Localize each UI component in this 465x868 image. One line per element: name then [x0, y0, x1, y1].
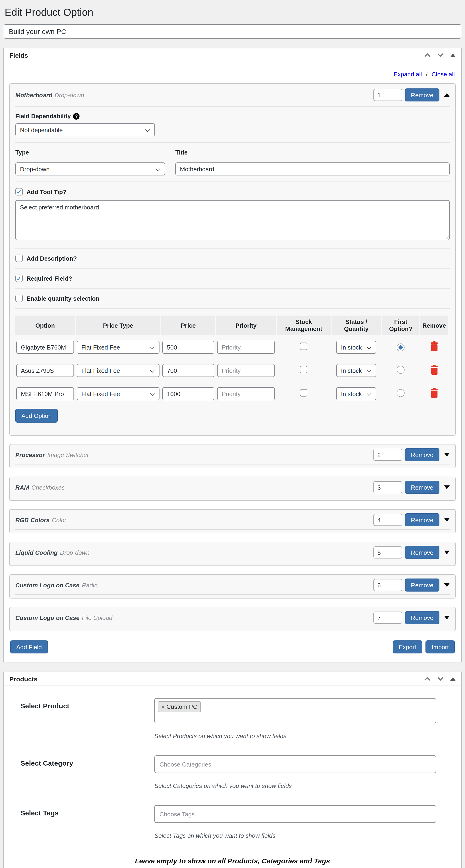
status-quantity-select[interactable]: In stock — [336, 387, 376, 400]
add-option-button[interactable]: Add Option — [15, 409, 58, 423]
remove-field-button[interactable]: Remove — [405, 448, 439, 461]
field-header[interactable]: Liquid Cooling Drop-down Remove — [15, 542, 450, 562]
add-description-checkbox[interactable] — [15, 255, 23, 262]
price-input[interactable] — [162, 341, 214, 354]
field-name: Custom Logo on Case — [15, 614, 79, 621]
select-tags-input[interactable]: Choose Tags — [154, 805, 436, 823]
fields-metabox-title: Fields — [9, 52, 28, 59]
price-type-select[interactable]: Flat Fixed Fee — [77, 364, 160, 377]
field-order-input[interactable] — [373, 612, 402, 624]
stock-management-checkbox[interactable] — [300, 366, 307, 373]
export-button[interactable]: Export — [393, 641, 422, 653]
options-table: OptionPrice TypePricePriorityStock Manag… — [14, 315, 449, 406]
add-field-button[interactable]: Add Field — [10, 641, 48, 653]
add-tooltip-row[interactable]: Add Tool Tip? — [15, 188, 450, 195]
first-option-radio[interactable] — [397, 343, 404, 351]
description-section: Add Description? — [15, 248, 450, 268]
expand-field-icon[interactable] — [444, 486, 450, 489]
field-header[interactable]: RGB Colors Color Remove — [15, 509, 450, 529]
option-row: Flat Fixed Fee In stock — [15, 382, 448, 405]
stock-management-checkbox[interactable] — [300, 343, 307, 350]
products-metabox-header[interactable]: Products — [4, 672, 461, 686]
select-product-input[interactable]: Custom PC — [154, 698, 436, 723]
option-row: Flat Fixed Fee In stock — [15, 359, 448, 382]
help-icon — [73, 113, 79, 119]
price-input[interactable] — [162, 364, 214, 377]
option-name-input[interactable] — [16, 364, 74, 377]
remove-field-button[interactable]: Remove — [405, 579, 439, 592]
expand-field-icon[interactable] — [444, 551, 450, 554]
field-panel: Liquid Cooling Drop-down Remove — [9, 542, 456, 566]
field-order-input[interactable] — [373, 579, 402, 591]
move-up-icon[interactable] — [424, 53, 431, 57]
price-type-select[interactable]: Flat Fixed Fee — [77, 341, 160, 354]
remove-field-button[interactable]: Remove — [405, 546, 439, 559]
options-table-header-cell: Priority — [216, 315, 276, 335]
field-order-input[interactable] — [373, 481, 402, 493]
expand-all-link[interactable]: Expand all — [394, 71, 422, 78]
select-tags-row: Select Tags Choose Tags Select Tags on w… — [9, 805, 456, 839]
price-type-select[interactable]: Flat Fixed Fee — [77, 387, 160, 400]
add-tooltip-checkbox[interactable] — [15, 188, 23, 195]
status-quantity-select[interactable]: In stock — [336, 364, 376, 377]
option-title-input[interactable] — [4, 24, 461, 39]
required-field-row[interactable]: Required Field? — [15, 275, 450, 282]
expand-field-icon[interactable] — [444, 518, 450, 522]
delete-option-trash-icon[interactable] — [429, 341, 439, 352]
fields-metabox-header[interactable]: Fields — [4, 49, 461, 62]
required-field-checkbox[interactable] — [15, 275, 23, 282]
field-title-input[interactable] — [175, 162, 450, 176]
priority-input[interactable] — [217, 387, 275, 400]
select-tags-label: Select Tags — [9, 805, 154, 839]
field-header[interactable]: Custom Logo on Case Radio Remove — [15, 575, 450, 594]
field-type-label: Color — [52, 516, 66, 523]
select-category-input[interactable]: Choose Categories — [154, 755, 436, 773]
field-name: Processor — [15, 451, 45, 458]
add-description-row[interactable]: Add Description? — [15, 255, 450, 262]
expand-field-icon[interactable] — [444, 453, 450, 457]
field-order-input[interactable] — [373, 514, 402, 526]
select-category-label: Select Category — [9, 755, 154, 789]
field-order-input[interactable] — [373, 89, 402, 101]
first-option-radio[interactable] — [397, 366, 404, 373]
products-metabox-title: Products — [9, 675, 37, 683]
stock-management-checkbox[interactable] — [300, 389, 307, 397]
close-all-link[interactable]: Close all — [432, 71, 455, 78]
expand-field-icon[interactable] — [444, 616, 450, 619]
option-name-input[interactable] — [16, 387, 74, 400]
price-input[interactable] — [162, 387, 214, 400]
tooltip-textarea[interactable]: Select preferred motherboard — [15, 200, 450, 240]
enable-quantity-checkbox[interactable] — [15, 294, 23, 302]
status-quantity-select[interactable]: In stock — [336, 341, 376, 354]
remove-tag-icon[interactable] — [161, 704, 165, 710]
first-option-radio[interactable] — [397, 389, 404, 397]
field-header[interactable]: RAM Checkboxes Remove — [15, 477, 450, 497]
move-up-icon[interactable] — [424, 677, 431, 681]
priority-input[interactable] — [217, 341, 275, 354]
field-header[interactable]: Custom Logo on Case File Upload Remove — [15, 608, 450, 627]
collapse-panel-icon[interactable] — [450, 53, 456, 57]
remove-field-button[interactable]: Remove — [405, 88, 439, 101]
field-header[interactable]: Processor Image Switcher Remove — [15, 444, 450, 464]
option-name-input[interactable] — [16, 341, 74, 354]
field-order-input[interactable] — [373, 449, 402, 461]
collapse-field-icon[interactable] — [444, 93, 450, 97]
field-order-input[interactable] — [373, 547, 402, 558]
move-down-icon[interactable] — [437, 53, 443, 57]
priority-input[interactable] — [217, 364, 275, 377]
field-header[interactable]: Motherboard Drop-down Remove — [15, 84, 450, 106]
remove-field-button[interactable]: Remove — [405, 514, 439, 526]
remove-field-button[interactable]: Remove — [405, 481, 439, 494]
panel-divider — [15, 497, 450, 497]
field-dependability-select[interactable]: Not dependable — [15, 123, 155, 136]
delete-option-trash-icon[interactable] — [429, 388, 439, 398]
remove-field-button[interactable]: Remove — [405, 611, 439, 624]
delete-option-trash-icon[interactable] — [429, 364, 439, 375]
options-table-header-row: OptionPrice TypePricePriorityStock Manag… — [15, 315, 448, 335]
collapse-panel-icon[interactable] — [450, 677, 456, 681]
move-down-icon[interactable] — [437, 677, 443, 681]
expand-field-icon[interactable] — [444, 583, 450, 587]
enable-quantity-row[interactable]: Enable quantity selection — [15, 294, 450, 302]
type-select[interactable]: Drop-down — [15, 162, 165, 176]
import-button[interactable]: Import — [426, 641, 455, 653]
